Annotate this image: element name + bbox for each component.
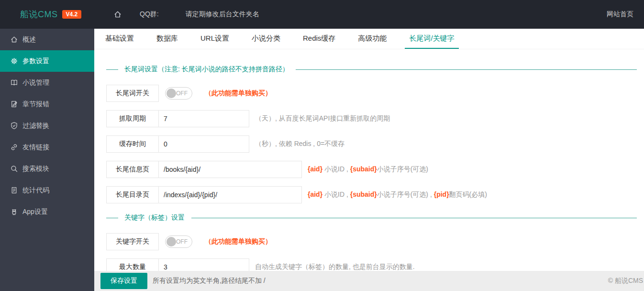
field-label: 长尾词开关 [106,85,159,102]
search-icon [10,165,18,173]
section-title-text: 长尾词设置（注意: 长尾词小说的路径不支持拼音路径） [124,65,289,74]
field-hint: {aid} 小说ID , {subaid}小说子序号(可选) [308,165,428,174]
sidebar-item-label: 统计代码 [22,186,49,195]
section-dash [106,69,118,70]
section-title-keyword: 关键字（标签）设置 [106,213,637,223]
sidebar-item-label: 小说管理 [22,78,49,87]
field-label: 长尾信息页 [106,161,159,178]
purchase-note: （此功能需单独购买） [205,237,272,246]
toggle-knob [167,237,176,246]
sidebar-item-label: 章节报错 [22,100,49,109]
code-doc-icon [10,186,18,194]
sidebar: 概述 参数设置 小说管理 章节报错 过滤替换 友情链接 搜索模块 统计代码 [0,29,94,291]
sidebar-item-friend-links[interactable]: 友情链接 [0,136,94,158]
sidebar-item-label: 搜索模块 [22,165,49,173]
tab-advanced[interactable]: 高级功能 [354,29,391,49]
save-settings-button[interactable]: 保存设置 [100,273,147,289]
row-longtail-switch: 长尾词开关 OFF （此功能需单独购买） [106,85,637,102]
toggle-state: OFF [176,88,188,99]
sidebar-item-label: App设置 [22,208,48,216]
sidebar-item-search-module[interactable]: 搜索模块 [0,158,94,179]
sidebar-item-filter-replace[interactable]: 过滤替换 [0,115,94,136]
keyword-switch-toggle[interactable]: OFF [165,235,192,248]
footer-hint: 所有设置均为英文半角,路径结尾不加 / [153,277,266,285]
settings-content: 长尾词设置（注意: 长尾词小说的路径不支持拼音路径） 长尾词开关 OFF （此功… [94,49,644,291]
row-cache-time: 缓存时间 （秒）, 依赖 Redis , 0=不缓存 [106,135,637,153]
sidebar-item-chapter-report[interactable]: 章节报错 [0,93,94,115]
sidebar-item-overview[interactable]: 概述 [0,29,94,50]
app-window: 船说CMS V4.2 QQ群: 请定期修改后台文件夹名 网站首页 概述 参数设置… [0,0,644,291]
field-label: 缓存时间 [106,135,159,153]
longtail-info-page-input[interactable] [158,161,302,178]
toggle-state: OFF [176,236,188,247]
section-rule [296,69,637,70]
cache-time-input[interactable] [158,135,249,153]
toggle-knob [167,89,176,98]
sidebar-item-app-settings[interactable]: App设置 [0,201,94,223]
site-home-link[interactable]: 网站首页 [607,10,633,19]
sidebar-item-label: 过滤替换 [22,122,49,130]
section-title-text: 关键字（标签）设置 [124,213,185,222]
section-title-longtail: 长尾词设置（注意: 长尾词小说的路径不支持拼音路径） [106,65,637,74]
sidebar-item-label: 友情链接 [22,143,49,152]
top-bar: 船说CMS V4.2 QQ群: 请定期修改后台文件夹名 网站首页 [0,0,644,29]
link-icon [10,143,18,151]
report-edit-icon [10,100,18,108]
shield-check-icon [10,122,18,130]
tab-url[interactable]: URL设置 [196,29,233,49]
field-hint: 自动生成关键字（标签）的数量, 也是前台显示的数量. [255,263,415,271]
settings-tabbar: 基础设置 数据库 URL设置 小说分类 Redis缓存 高级功能 长尾词/关键字 [94,29,644,49]
sidebar-item-label: 参数设置 [22,57,49,66]
tab-longtail-keyword[interactable]: 长尾词/关键字 [405,29,458,49]
tab-novel-category[interactable]: 小说分类 [247,29,285,49]
field-hint: {aid} 小说ID , {subaid}小说子序号(可选) , {pid}翻页… [308,190,487,199]
sidebar-item-stats-code[interactable]: 统计代码 [0,179,94,201]
row-keyword-switch: 关键字开关 OFF （此功能需单独购买） [106,233,637,250]
row-longtail-index-page: 长尾目录页 {aid} 小说ID , {subaid}小说子序号(可选) , {… [106,186,637,203]
book-icon [10,78,18,87]
logo-text: 船说CMS [20,9,58,20]
field-label: 关键字开关 [106,233,159,250]
logo: 船说CMS V4.2 [0,9,94,20]
fetch-cycle-input[interactable] [158,110,249,127]
main-panel: 基础设置 数据库 URL设置 小说分类 Redis缓存 高级功能 长尾词/关键字… [94,29,644,291]
section-dash [106,218,118,218]
sidebar-item-settings[interactable]: 参数设置 [0,50,94,72]
home-icon [10,35,18,44]
row-fetch-cycle: 抓取周期 （天）, 从百度长尾词API接口重新抓取的周期 [106,110,637,127]
sidebar-item-label: 概述 [22,35,36,44]
gear-icon [10,57,18,65]
field-hint: （天）, 从百度长尾词API接口重新抓取的周期 [255,114,390,123]
row-longtail-info-page: 长尾信息页 {aid} 小说ID , {subaid}小说子序号(可选) [106,161,637,178]
longtail-switch-toggle[interactable]: OFF [165,87,192,100]
tab-redis[interactable]: Redis缓存 [299,29,340,49]
field-label: 长尾目录页 [106,186,159,203]
copyright: © 船说CMS [608,277,643,285]
notice-text: 请定期修改后台文件夹名 [186,10,259,19]
tab-basic[interactable]: 基础设置 [101,29,138,49]
home-icon[interactable] [113,10,122,19]
footer-bar: 保存设置 所有设置均为英文半角,路径结尾不加 / © 船说CMS [94,271,644,291]
sidebar-item-novel-manage[interactable]: 小说管理 [0,72,94,93]
purchase-note: （此功能需单独购买） [205,89,272,98]
field-label: 抓取周期 [106,110,159,127]
tab-database[interactable]: 数据库 [152,29,182,49]
qq-group-label: QQ群: [140,10,159,19]
version-badge: V4.2 [62,10,82,19]
section-rule [191,218,637,218]
android-icon [10,208,18,216]
field-hint: （秒）, 依赖 Redis , 0=不缓存 [255,140,344,148]
longtail-index-page-input[interactable] [158,186,302,203]
